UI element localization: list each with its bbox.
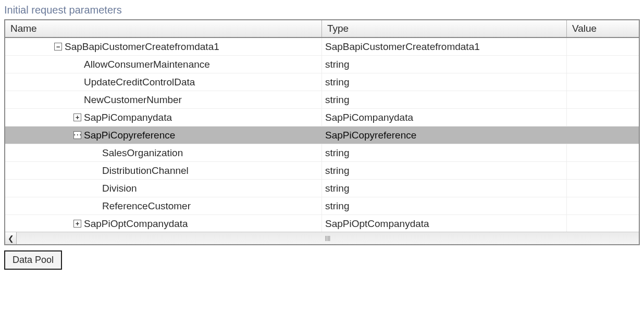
cell-type: string (322, 197, 567, 215)
row-type-label: string (325, 94, 349, 106)
cell-name: ···SapPiCopyreference (5, 127, 322, 144)
table-row[interactable]: +SapPiOptCompanydataSapPiOptCompanydata (5, 215, 639, 232)
cell-name: +SapPiCompanydata (5, 109, 322, 126)
row-type-label: SapPiCopyreference (325, 130, 416, 141)
ellipsis-icon[interactable]: ··· (73, 131, 81, 139)
cell-value[interactable] (567, 109, 639, 126)
scroll-track[interactable]: |||| (17, 232, 639, 244)
table-row[interactable]: SalesOrganizationstring (5, 144, 639, 162)
cell-type: string (322, 180, 567, 197)
expand-icon[interactable]: + (73, 114, 81, 121)
horizontal-scrollbar[interactable]: ❮ |||| (5, 232, 639, 244)
row-name-label: SapBapiCustomerCreatefromdata1 (65, 41, 219, 53)
column-header-name[interactable]: Name (5, 20, 322, 37)
cell-type: string (322, 56, 567, 73)
row-name-label: NewCustomerNumber (84, 94, 182, 106)
cell-value[interactable] (567, 144, 639, 161)
cell-value[interactable] (567, 91, 639, 108)
row-type-label: SapPiOptCompanydata (325, 218, 429, 230)
row-name-label: ReferenceCustomer (102, 200, 191, 212)
column-header-value[interactable]: Value (567, 20, 639, 37)
row-type-label: string (325, 165, 349, 177)
cell-type: string (322, 162, 567, 179)
cell-value[interactable] (567, 56, 639, 73)
row-type-label: string (325, 77, 349, 88)
table-row[interactable]: +SapPiCompanydataSapPiCompanydata (5, 109, 639, 127)
cell-type: SapPiCopyreference (322, 127, 567, 144)
cell-value[interactable] (567, 73, 639, 91)
cell-type: string (322, 91, 567, 108)
cell-type: string (322, 144, 567, 161)
cell-name: AllowConsumerMaintenance (5, 56, 322, 73)
row-type-label: string (325, 147, 349, 159)
table-row[interactable]: AllowConsumerMaintenancestring (5, 56, 639, 73)
chevron-left-icon: ❮ (8, 234, 14, 243)
table-row[interactable]: ···SapPiCopyreferenceSapPiCopyreference (5, 127, 639, 144)
cell-name: NewCustomerNumber (5, 91, 322, 108)
scroll-left-button[interactable]: ❮ (5, 232, 17, 244)
scroll-grip-icon: |||| (325, 235, 330, 241)
row-name-label: SalesOrganization (102, 147, 183, 159)
table-row[interactable]: ReferenceCustomerstring (5, 197, 639, 215)
row-type-label: SapPiCompanydata (325, 112, 413, 123)
cell-value[interactable] (567, 38, 639, 55)
cell-name: DistributionChannel (5, 162, 322, 179)
row-name-label: SapPiCopyreference (84, 130, 175, 141)
table-row[interactable]: Divisionstring (5, 180, 639, 197)
cell-name: ReferenceCustomer (5, 197, 322, 215)
table-row[interactable]: NewCustomerNumberstring (5, 91, 639, 109)
data-pool-button[interactable]: Data Pool (4, 250, 62, 270)
table-row[interactable]: UpdateCreditControlDatastring (5, 73, 639, 91)
cell-value[interactable] (567, 162, 639, 179)
row-type-label: SapBapiCustomerCreatefromdata1 (325, 41, 480, 53)
table-row[interactable]: DistributionChannelstring (5, 162, 639, 180)
row-name-label: Division (102, 183, 137, 194)
parameters-table: Name Type Value −SapBapiCustomerCreatefr… (4, 19, 640, 245)
row-type-label: string (325, 183, 349, 194)
table-body: −SapBapiCustomerCreatefromdata1SapBapiCu… (5, 38, 639, 232)
row-name-label: SapPiCompanydata (84, 112, 172, 123)
row-name-label: AllowConsumerMaintenance (84, 59, 210, 70)
cell-type: SapBapiCustomerCreatefromdata1 (322, 38, 567, 55)
row-type-label: string (325, 59, 349, 70)
expand-icon[interactable]: + (73, 220, 81, 228)
collapse-icon[interactable]: − (54, 43, 62, 51)
cell-value[interactable] (567, 215, 639, 232)
row-name-label: SapPiOptCompanydata (84, 218, 188, 230)
cell-type: string (322, 73, 567, 91)
table-row[interactable]: −SapBapiCustomerCreatefromdata1SapBapiCu… (5, 38, 639, 56)
column-header-type[interactable]: Type (322, 20, 567, 37)
cell-name: +SapPiOptCompanydata (5, 215, 322, 232)
cell-name: Division (5, 180, 322, 197)
cell-name: UpdateCreditControlData (5, 73, 322, 91)
table-header: Name Type Value (5, 20, 639, 38)
row-name-label: DistributionChannel (102, 165, 189, 177)
row-name-label: UpdateCreditControlData (84, 77, 195, 88)
cell-name: SalesOrganization (5, 144, 322, 161)
cell-value[interactable] (567, 180, 639, 197)
cell-type: SapPiCompanydata (322, 109, 567, 126)
row-type-label: string (325, 200, 349, 212)
cell-type: SapPiOptCompanydata (322, 215, 567, 232)
section-title: Initial request parameters (4, 4, 640, 16)
cell-name: −SapBapiCustomerCreatefromdata1 (5, 38, 322, 55)
cell-value[interactable] (567, 127, 639, 144)
cell-value[interactable] (567, 197, 639, 215)
